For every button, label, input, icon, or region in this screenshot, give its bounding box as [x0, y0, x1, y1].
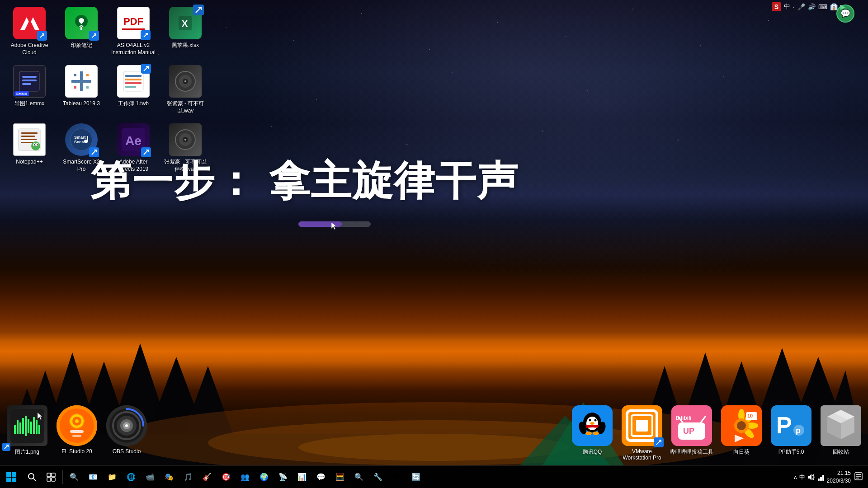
notepadpp-icon[interactable]: Notepad++: [5, 121, 54, 175]
tableau-icon[interactable]: Tableau 2019.3: [57, 63, 106, 117]
dock-right: 腾讯QQ VMware Workstation Pro: [570, 405, 868, 461]
wav-file-icon[interactable]: 张紫豪 - 可不可以.wav: [160, 63, 210, 117]
svg-point-87: [125, 424, 128, 427]
shortcut-icon: [91, 33, 97, 38]
taskbar-settings[interactable]: ⚙: [387, 468, 406, 487]
icon-row-1: Adobe Creative Cloud: [5, 5, 210, 58]
svg-point-96: [585, 432, 592, 435]
start-button[interactable]: [0, 466, 23, 488]
adobe-cc-logo: [18, 15, 41, 31]
badge-icon: [143, 66, 149, 72]
taskbar-powerpoint[interactable]: 📊: [292, 468, 311, 487]
taskbar-wechat[interactable]: 💬: [311, 468, 330, 487]
bilibili-dock[interactable]: bilibili UP 哔哩哔哩投稿工具: [669, 405, 714, 461]
png-file-dock[interactable]: 图片1.png: [5, 405, 50, 461]
emmx-label: 导图1.emmx: [14, 100, 45, 108]
taskbar-fl[interactable]: 🎸: [198, 468, 217, 487]
taskbar-search3[interactable]: 🔍: [349, 468, 368, 487]
bilibili-label: 哔哩哔哩投稿工具: [670, 448, 713, 456]
svg-rect-67: [22, 418, 24, 434]
shortcut-arrow: [39, 33, 45, 39]
sunflower-label: 向日葵: [733, 448, 750, 456]
wav-logo: [174, 70, 197, 93]
taskbar-app3[interactable]: 👥: [236, 468, 255, 487]
excel-file-icon[interactable]: X 黑苹果.xlsx: [160, 5, 210, 58]
windows-logo: [6, 472, 17, 483]
svg-point-133: [28, 474, 34, 479]
obs-studio-dock[interactable]: OBS Studio: [104, 405, 149, 461]
svg-rect-25: [22, 80, 37, 81]
taskbar-volume-icon[interactable]: [807, 473, 815, 481]
svg-rect-46: [21, 142, 33, 143]
pp-shortcut-badge: [2, 443, 10, 451]
asio4all-icon[interactable]: PDF ASIO4ALL v2 Instruction Manual: [108, 5, 158, 58]
sunflower-dock[interactable]: 10 向日葵: [719, 405, 764, 461]
taskbar-ime[interactable]: 中: [799, 473, 805, 481]
taskbar-search[interactable]: [23, 468, 42, 487]
dock-area: 图片1.png FL Studio 20: [0, 405, 868, 461]
emmx-logo: [18, 70, 41, 93]
svg-text:Smart: Smart: [74, 135, 86, 140]
taskbar-app1[interactable]: 🎭: [160, 468, 179, 487]
shortcut-badge-icon: [195, 6, 202, 14]
recycle-bin-dock[interactable]: 回收站: [818, 405, 863, 461]
vmware-dock[interactable]: VMware Workstation Pro: [619, 405, 665, 461]
taskbar-calculator[interactable]: 🧮: [330, 468, 349, 487]
balloon-button[interactable]: 💬: [836, 5, 854, 23]
sogou-ime-icon[interactable]: S: [772, 2, 781, 11]
taskbar-network-icon[interactable]: [817, 473, 825, 481]
ime-mode[interactable]: 中: [784, 3, 790, 11]
fl-studio-dock[interactable]: FL Studio 20: [54, 405, 99, 461]
shortcut-pp: [4, 444, 9, 450]
pp-assistant-dock[interactable]: P p PP助手5.0: [769, 405, 814, 461]
taskbar-tool[interactable]: 🔧: [368, 468, 387, 487]
svg-rect-132: [12, 478, 16, 482]
taskbar-ie[interactable]: 🌍: [255, 468, 274, 487]
svg-rect-20: [80, 27, 82, 30]
taskbar-app4[interactable]: 📡: [274, 468, 292, 487]
taskbar-outlook[interactable]: 📧: [84, 468, 103, 487]
taskbar-zoom[interactable]: 📹: [141, 468, 160, 487]
evernote-shortcut: [89, 31, 99, 41]
svg-rect-72: [36, 420, 38, 434]
taskbar-chrome[interactable]: 🌐: [122, 468, 141, 487]
svg-point-78: [75, 419, 79, 423]
taskbar-search2[interactable]: 🔍: [65, 468, 84, 487]
svg-point-116: [737, 421, 746, 430]
taskbar-refresh[interactable]: 🔄: [406, 468, 425, 487]
taskbar-show-hidden[interactable]: ∧: [793, 474, 797, 480]
shirt-icon[interactable]: 👔: [830, 3, 838, 10]
svg-point-97: [593, 432, 599, 435]
mic-icon[interactable]: 🎤: [797, 3, 805, 10]
svg-point-47: [31, 141, 40, 150]
svg-rect-31: [74, 86, 76, 89]
svg-rect-32: [86, 86, 89, 89]
badge-vmware: [656, 439, 662, 446]
volume-icon[interactable]: 🔊: [808, 3, 816, 10]
notification-icon: [854, 472, 863, 480]
taskbar-app2[interactable]: 🎯: [217, 468, 236, 487]
asio-shortcut: [141, 30, 151, 40]
taskbar-file-explorer[interactable]: 📁: [103, 468, 122, 487]
twb-file-icon[interactable]: 工作簿 1.twb: [108, 63, 158, 117]
svg-rect-28: [71, 80, 91, 83]
evernote-icon[interactable]: 印象笔记: [57, 5, 106, 58]
excel-badge: [193, 5, 204, 15]
emmx-file-icon[interactable]: EMMX 导图1.emmx: [5, 63, 54, 117]
qq-dock[interactable]: 腾讯QQ: [570, 405, 615, 461]
svg-text:p: p: [796, 426, 801, 435]
vmware-badge: [654, 437, 664, 447]
adobe-creative-cloud-icon[interactable]: Adobe Creative Cloud: [5, 5, 54, 58]
taskbar-task-view[interactable]: [42, 468, 61, 487]
search-icon: [28, 473, 37, 482]
svg-rect-30: [86, 74, 89, 76]
taskbar-notification[interactable]: [853, 471, 864, 483]
taskbar-audition[interactable]: 🎵: [179, 468, 198, 487]
svg-text:X: X: [182, 19, 188, 28]
svg-rect-64: [14, 425, 16, 434]
evernote-logo: [71, 13, 91, 33]
taskbar-clock-display[interactable]: 21:15 2020/3/30: [827, 469, 851, 485]
wav2-logo: [174, 128, 197, 151]
keyboard-icon[interactable]: ⌨: [818, 3, 827, 10]
svg-rect-137: [47, 478, 51, 481]
